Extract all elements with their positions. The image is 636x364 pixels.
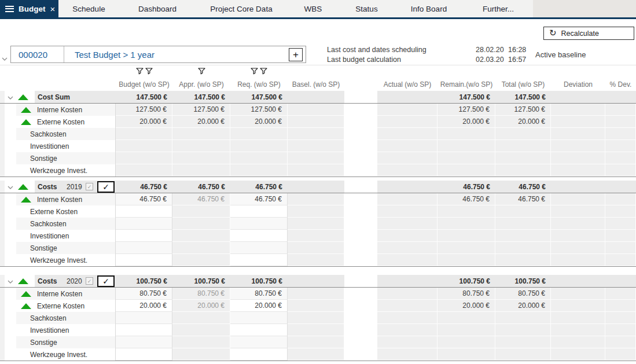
tab-wbs[interactable]: WBS [287,0,339,17]
cell-req[interactable] [230,205,288,218]
year-checkbox[interactable]: ✓ [97,181,115,193]
cell-appr: 20.000 € [172,116,230,128]
budget-group: Costs2019✓✓46.750 €46.750 €46.750 €46.75… [0,181,636,267]
column-gap [344,218,377,230]
collapse-chevron-icon[interactable] [8,91,13,104]
cell-pdev [605,104,636,116]
cell-budget[interactable] [116,324,172,336]
cell-pdev [605,312,636,324]
cell-actual [377,218,438,230]
column-header-right-1: Remain.(w/o SP) [438,80,495,89]
add-button[interactable]: + [289,48,303,61]
column-header-right-3: Deviation [551,80,605,89]
row-label-cell: Externe Kosten [16,116,116,128]
filter-icons[interactable] [230,68,288,75]
cell-req[interactable] [230,336,288,348]
cell-remain [438,128,495,140]
filter-icon[interactable] [198,68,205,75]
tab-dashboard[interactable]: Dashboard [119,0,196,17]
active-tab-label: Budget [19,5,46,13]
cell-deviation [551,128,605,140]
cell-req[interactable] [230,218,288,230]
cell-budget[interactable] [116,254,172,266]
cell-budget[interactable] [116,230,172,242]
collapse-chevron-icon[interactable] [8,181,13,193]
filter-icons[interactable] [116,68,172,75]
cell-req[interactable]: 46.750 € [230,193,288,205]
table-row: Investitionen [0,140,636,152]
cell-budget[interactable] [116,218,172,230]
cell-budget[interactable] [116,312,172,324]
filter-icon[interactable] [136,68,144,75]
budget-table: Cost Sum147.500 €147.500 €147.500 €147.5… [0,91,636,361]
cell-budget [116,140,172,152]
cell-actual [377,312,438,324]
cell-total [495,348,551,361]
table-row: Sachkosten [0,218,636,230]
tab-status[interactable]: Status [339,0,394,17]
cell-budget[interactable]: 20.000 € [116,300,172,312]
table-row: Externe Kosten [0,205,636,218]
cell-deviation [551,152,605,164]
cell-pdev [605,116,636,128]
cell-budget[interactable] [116,242,172,254]
scheduling-date: 28.02.20 [476,45,508,55]
cell-actual [377,348,438,361]
column-gap [344,193,377,205]
filter-icon[interactable] [251,68,258,75]
cell-req[interactable]: 80.750 € [230,288,288,300]
project-header: 000020 Test Budget > 1 year + Last cost … [0,45,636,65]
calculation-date: 02.03.20 [476,55,508,65]
row-label-cell: Investitionen [16,324,116,336]
column-gap [344,324,377,336]
tab-info-board[interactable]: Info Board [394,0,464,17]
cell-budget[interactable]: 46.750 € [116,193,172,205]
row-label: Sachkosten [30,218,67,230]
hamburger-icon[interactable] [5,6,14,12]
cell-req[interactable] [230,348,288,361]
cell-budget[interactable]: 80.750 € [116,288,172,300]
recalculate-button[interactable]: ↻ Recalculate [543,27,634,40]
group-value-pdev [605,275,636,287]
scheduling-info: Last cost and dates scheduling 28.02.20 … [327,45,534,65]
row-label-cell: Interne Kosten [16,288,116,300]
cell-total [495,152,551,164]
cell-total [495,254,551,266]
cell-req[interactable]: 20.000 € [230,300,288,312]
group-header-row: Cost Sum147.500 €147.500 €147.500 €147.5… [0,91,636,104]
tab-project-core-data[interactable]: Project Core Data [196,0,287,17]
close-icon[interactable]: × [50,5,56,13]
trend-up-icon [18,94,28,100]
collapse-chevron-icon[interactable] [8,275,13,288]
tab-budget-active[interactable]: Budget × [0,0,58,17]
project-selector[interactable]: 000020 Test Budget > 1 year + [10,46,306,63]
tab-schedule[interactable]: Schedule [58,0,119,17]
trend-up-icon [21,119,31,125]
cell-req[interactable] [230,242,288,254]
cell-budget[interactable] [116,336,172,348]
row-label-cell: Investitionen [16,140,116,152]
group-value-appr: 100.750 € [172,275,230,288]
filter-icon[interactable] [260,68,267,75]
cell-deviation [551,242,605,254]
filter-icon[interactable] [145,68,153,75]
tab-further[interactable]: Further... [464,0,533,17]
row-gutter [0,300,5,312]
cell-req[interactable] [230,312,288,324]
group-value-appr: 147.500 € [172,91,230,104]
cell-appr [172,164,230,177]
table-row: Investitionen [0,230,636,242]
filter-icons[interactable] [172,68,230,75]
cell-req[interactable] [230,254,288,266]
scheduling-label: Last cost and dates scheduling [327,45,476,55]
cell-req[interactable] [230,324,288,336]
tab-strip: ScheduleDashboardProject Core DataWBSSta… [58,0,533,17]
cell-req[interactable] [230,230,288,242]
cell-deviation [551,104,605,116]
cell-budget[interactable] [116,205,172,218]
chevron-down-icon[interactable] [2,53,8,63]
year-checkbox[interactable]: ✓ [97,275,115,287]
cell-budget[interactable] [116,348,172,361]
cell-req [230,140,288,152]
column-header-left-0: Budget (w/o SP) [116,80,172,89]
